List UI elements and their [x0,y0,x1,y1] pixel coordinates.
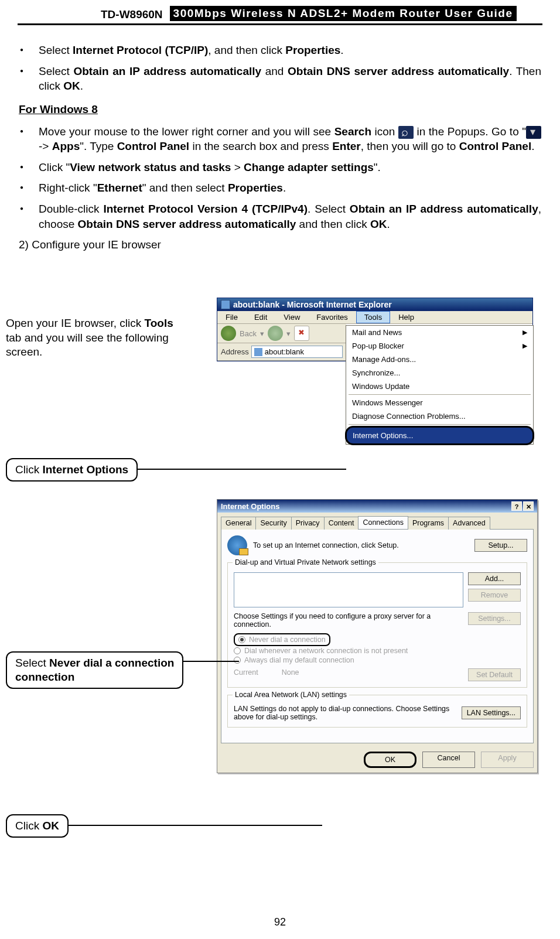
bullet-item: Right-click "Ethernet" and then select P… [19,180,541,196]
bullet-item: Double-click Internet Protocol Version 4… [19,202,541,231]
address-label: Address [221,347,249,356]
menu-item-diagnose[interactable]: Diagnose Connection Problems... [346,409,533,423]
tab-privacy[interactable]: Privacy [291,517,325,530]
menu-separator [349,394,531,395]
menu-item-windows-update[interactable]: Windows Update [346,380,533,393]
tab-advanced[interactable]: Advanced [448,517,490,530]
address-value: about:blank [265,347,304,356]
top-bullet-list: Select Internet Protocol (TCP/IP), and t… [19,43,541,94]
radio-always-dial[interactable]: Always dial my default connection [234,655,521,665]
ie-menu-bar: File Edit View Favorites Tools Help [217,311,532,324]
io-title: Internet Options [221,502,279,511]
submenu-arrow-icon: ▶ [523,342,527,350]
menu-help[interactable]: Help [390,311,422,323]
lan-settings-button[interactable]: LAN Settings... [462,706,521,719]
bullet-item: Click "View network status and tasks > C… [19,160,541,175]
tab-programs[interactable]: Programs [408,517,449,530]
tab-connections[interactable]: Connections [358,516,408,529]
side-instruction-1: Open your IE browser, click Tools tab an… [6,316,182,360]
callout-internet-options: Click Internet Options [6,458,138,482]
radio-icon [234,657,241,664]
tab-general[interactable]: General [221,517,256,530]
globe-icon [227,535,247,555]
menu-file[interactable]: File [217,311,246,323]
proxy-text: Choose Settings if you need to configure… [234,612,463,629]
bullet-item: Select Obtain an IP address automaticall… [19,64,541,94]
radio-dial-whenever[interactable]: Dial whenever a network connection is no… [234,646,521,655]
page-icon [254,348,262,356]
lan-settings-group: Local Area Network (LAN) settings LAN Se… [227,695,527,728]
address-input[interactable]: about:blank [251,346,343,358]
callout-connector-1 [131,469,346,470]
setup-row: To set up an Internet connection, click … [227,535,527,555]
stop-button-icon[interactable] [294,326,309,341]
io-title-bar: Internet Options ? ✕ [217,500,537,513]
header-rule [18,23,542,25]
settings-button: Settings... [468,612,521,625]
callout-ok: Click OK [6,814,69,838]
step-2-heading: 2) Configure your IE browser [19,237,541,252]
dialup-legend: Dial-up and Virtual Private Network sett… [233,558,378,566]
help-button-icon[interactable]: ? [511,501,522,511]
menu-item-internet-options[interactable]: Internet Options... [345,426,534,445]
setup-button[interactable]: Setup... [474,539,527,552]
menu-item-manage-addons[interactable]: Manage Add-ons... [346,353,533,366]
windows8-heading: For Windows 8 [19,102,541,117]
menu-tools[interactable]: Tools [356,311,390,323]
radio-icon [238,636,245,643]
ie-address-bar: Address about:blank [217,343,346,361]
menu-item-synchronize[interactable]: Synchronize... [346,366,533,380]
menu-item-mail-news[interactable]: Mail and News▶ [346,326,533,339]
callout-never-dial: Select Never dial a connection connectio… [6,651,183,689]
cancel-button[interactable]: Cancel [422,752,475,768]
back-label: Back [240,329,257,338]
tools-dropdown-menu: Mail and News▶ Pop-up Blocker▶ Manage Ad… [346,325,534,445]
forward-button-icon[interactable] [268,326,283,341]
menu-separator [349,424,531,425]
internet-options-dialog: Internet Options ? ✕ General Security Pr… [217,499,538,773]
back-button-icon[interactable] [221,326,236,341]
menu-item-windows-messenger[interactable]: Windows Messenger [346,396,533,409]
current-value: None [282,668,299,677]
vpn-listbox[interactable] [234,572,463,607]
radio-icon [234,647,241,654]
dial-radio-group: Never dial a connection Dial whenever a … [234,633,521,665]
page-number: 92 [0,916,560,928]
w8-bullet-list: Move your mouse to the lower right corne… [19,124,541,232]
ie-window-screenshot: about:blank - Microsoft Internet Explore… [217,298,533,361]
submenu-arrow-icon: ▶ [523,329,527,336]
model-number: TD-W8960N [101,8,163,21]
menu-item-popup-blocker[interactable]: Pop-up Blocker▶ [346,339,533,353]
guide-title: 300Mbps Wireless N ADSL2+ Modem Router U… [170,6,517,21]
lan-text: LAN Settings do not apply to dial-up con… [234,705,462,721]
add-button[interactable]: Add... [468,572,521,585]
ie-toolbar: Back ▾ ▾ [217,324,346,343]
tab-content[interactable]: Content [324,517,359,530]
remove-button: Remove [468,589,521,602]
io-footer: OK Cancel Apply [217,747,537,773]
ie-window-title: about:blank - Microsoft Internet Explore… [233,300,392,309]
ie-app-icon [221,300,230,309]
apply-button: Apply [481,752,534,768]
tab-security[interactable]: Security [255,517,291,530]
bullet-item: Select Internet Protocol (TCP/IP), and t… [19,43,541,58]
body-content: Select Internet Protocol (TCP/IP), and t… [18,43,542,252]
setup-text: To set up an Internet connection, click … [253,541,469,549]
menu-favorites[interactable]: Favorites [308,311,356,323]
ok-button[interactable]: OK [364,752,416,768]
search-icon [398,126,414,139]
ie-title-bar: about:blank - Microsoft Internet Explore… [217,298,532,311]
header: TD-W8960N 300Mbps Wireless N ADSL2+ Mode… [18,6,542,21]
io-tab-strip: General Security Privacy Content Connect… [217,513,537,529]
callout-connector-3 [63,825,322,826]
menu-edit[interactable]: Edit [246,311,275,323]
bullet-item: Move your mouse to the lower right corne… [19,124,541,154]
menu-view[interactable]: View [275,311,308,323]
lan-legend: Local Area Network (LAN) settings [233,691,349,699]
close-button-icon[interactable]: ✕ [523,501,534,511]
radio-never-dial[interactable]: Never dial a connection [234,633,330,646]
dialup-vpn-group: Dial-up and Virtual Private Network sett… [227,562,527,688]
io-body: To set up an Internet connection, click … [221,529,534,743]
current-label: Current [234,668,258,677]
set-default-button: Set Default [468,668,521,681]
